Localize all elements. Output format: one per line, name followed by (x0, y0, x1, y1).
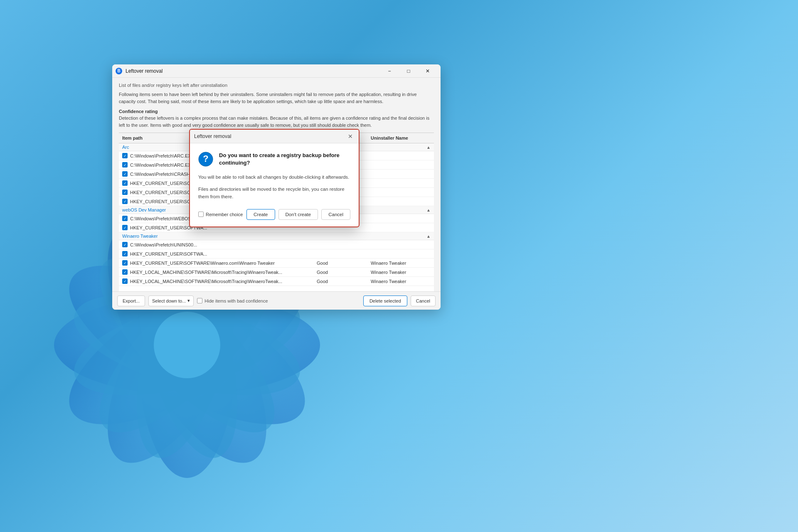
row-uninstaller (367, 155, 434, 157)
row-uninstaller (367, 201, 434, 202)
svg-point-12 (154, 312, 220, 378)
row-uninstaller (367, 182, 434, 184)
row-uninstaller (367, 218, 434, 219)
row-cell-path: C:\Windows\Prefetch\UNINS00... (119, 241, 313, 248)
row-checkbox[interactable] (122, 269, 128, 275)
chevron-down-icon: ▾ (187, 298, 190, 303)
row-confidence (313, 244, 367, 246)
dialog-footer: Remember choice Create Don't create Canc… (198, 207, 350, 220)
delete-selected-button[interactable]: Delete selected (363, 296, 407, 306)
window-controls: − □ ✕ (380, 64, 437, 78)
row-uninstaller (367, 253, 434, 255)
app-icon: B (116, 68, 122, 74)
row-checkbox[interactable] (122, 162, 128, 167)
row-confidence: Good (313, 269, 367, 276)
dialog-main-row: ? Do you want to create a registry backu… (198, 152, 350, 167)
row-cell-path: HKEY_LOCAL_MACHINE\SOFTWARE\Microsoft\Tr… (119, 278, 313, 285)
minimize-button[interactable]: − (380, 64, 399, 78)
subtitle-text: List of files and/or registry keys left … (119, 83, 434, 88)
row-cell-path: HKEY_CURRENT_USER\SOFTWARE\Winaero.com\W… (119, 259, 313, 266)
cancel-button[interactable]: Cancel (411, 296, 436, 306)
dialog-body: ? Do you want to create a registry backu… (190, 143, 359, 227)
dialog-title: Leftover removal (194, 133, 231, 139)
export-button[interactable]: Export... (117, 296, 145, 306)
remember-choice-area: Remember choice (198, 212, 243, 217)
remember-choice-checkbox[interactable] (198, 212, 204, 217)
close-button[interactable]: ✕ (418, 64, 437, 78)
footer-right-buttons: Delete selected Cancel (363, 296, 436, 306)
table-row: HKEY_LOCAL_MACHINE\SOFTWARE\Microsoft\Tr… (119, 277, 434, 286)
row-checkbox[interactable] (122, 251, 128, 256)
row-checkbox[interactable] (122, 180, 128, 186)
hide-items-area: Hide items with bad confidence (197, 298, 268, 303)
row-confidence: Good (313, 278, 367, 285)
maximize-button[interactable]: □ (399, 64, 418, 78)
confidence-label: Confidence rating (119, 109, 434, 114)
row-checkbox[interactable] (122, 278, 128, 284)
row-checkbox[interactable] (122, 190, 128, 195)
row-cell-path: HKEY_LOCAL_MACHINE\SOFTWARE\Microsoft\Tr… (119, 268, 313, 276)
confidence-text: Detection of these leftovers is a comple… (119, 115, 434, 128)
row-checkbox[interactable] (122, 225, 128, 230)
body-text: Following items seem to have been left b… (119, 91, 434, 105)
row-checkbox[interactable] (122, 260, 128, 266)
main-window-title: Leftover removal (126, 68, 380, 74)
group-winaero-toggle[interactable]: ▲ (426, 234, 431, 239)
row-cell-path: HKEY_CURRENT_USER\SOFTWA... (119, 250, 313, 257)
row-uninstaller (367, 244, 434, 246)
table-row: HKEY_LOCAL_MACHINE\SOFTWARE\Microsoft\Tr… (119, 268, 434, 277)
row-checkbox[interactable] (122, 171, 128, 177)
group-arc-toggle[interactable]: ▲ (426, 145, 431, 150)
row-checkbox[interactable] (122, 242, 128, 247)
dialog-question-text: Do you want to create a registry backup … (219, 152, 350, 167)
dont-create-button[interactable]: Don't create (278, 209, 318, 220)
row-checkbox[interactable] (122, 153, 128, 158)
dialog-close-button[interactable]: ✕ (346, 132, 355, 140)
group-winaero-label: Winaero Tweaker (122, 234, 426, 239)
dialog-question-icon: ? (198, 152, 213, 167)
svg-text:?: ? (203, 153, 208, 164)
row-confidence (313, 253, 367, 255)
row-uninstaller: Winaero Tweaker (367, 260, 434, 266)
dialog-info-text1: You will be able to roll back all change… (198, 173, 350, 181)
select-down-to-dropdown[interactable]: Select down to... ▾ (148, 296, 194, 306)
dialog-info-block: You will be able to roll back all change… (198, 173, 350, 200)
svg-point-0 (54, 295, 320, 395)
row-uninstaller: Winaero Tweaker (367, 278, 434, 285)
group-webos-toggle[interactable]: ▲ (426, 208, 431, 212)
row-uninstaller (367, 173, 434, 175)
remember-choice-label: Remember choice (206, 212, 243, 217)
group-winaero[interactable]: Winaero Tweaker ▲ (119, 232, 434, 240)
row-confidence: Good (313, 260, 367, 266)
dialog-cancel-button[interactable]: Cancel (321, 209, 350, 220)
row-uninstaller (367, 227, 434, 229)
backup-dialog: Leftover removal ✕ ? Do you want to crea… (189, 129, 360, 227)
create-button[interactable]: Create (246, 209, 275, 220)
main-titlebar: B Leftover removal − □ ✕ (112, 64, 441, 78)
hide-items-checkbox[interactable] (197, 298, 202, 303)
dialog-info-text2: Files and directories will be moved to t… (198, 185, 350, 201)
hide-items-label: Hide items with bad confidence (204, 298, 268, 303)
row-uninstaller (367, 164, 434, 166)
row-checkbox[interactable] (122, 216, 128, 221)
row-checkbox[interactable] (122, 199, 128, 204)
row-uninstaller (367, 192, 434, 193)
table-row: HKEY_CURRENT_USER\SOFTWARE\Winaero.com\W… (119, 259, 434, 268)
table-row: HKEY_CURRENT_USER\SOFTWA... (119, 249, 434, 259)
th-uninstaller: Uninstaller Name (367, 135, 434, 141)
row-uninstaller: Winaero Tweaker (367, 269, 434, 276)
main-footer: Export... Select down to... ▾ Hide items… (112, 291, 441, 310)
dialog-titlebar: Leftover removal ✕ (190, 130, 359, 143)
table-row: C:\Windows\Prefetch\UNINS00... (119, 240, 434, 249)
